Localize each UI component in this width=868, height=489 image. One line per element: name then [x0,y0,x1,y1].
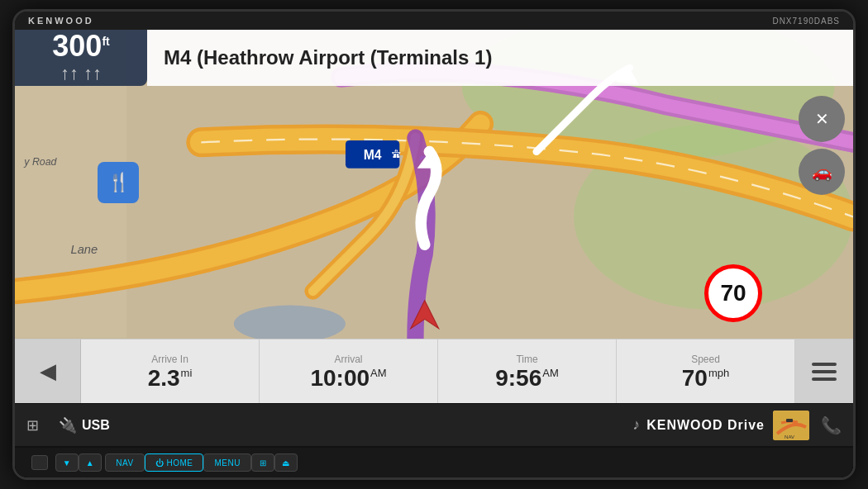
road-name-bar: M4 (Heathrow Airport (Terminals 1) [147,30,853,86]
time-value: 9:56AM [495,367,559,390]
direction-bar: 300ft ↑↑ ↑↑ M4 (Heathrow Airport (Termin… [15,30,853,86]
svg-rect-14 [786,419,793,422]
hw-split-button[interactable]: ⊞ [251,453,274,472]
svg-text:y Road: y Road [23,156,57,168]
side-buttons: ✕ 🚗 [799,96,845,195]
hw-eject-button[interactable]: ⏏ [274,453,298,472]
svg-text:M4: M4 [364,148,382,162]
close-button[interactable]: ✕ [799,96,845,142]
grid-icon[interactable]: ⊞ [23,413,42,438]
screen: M4 🛣 Lane y Road [15,30,853,477]
poi-marker: 🍴 [98,162,139,203]
speed-limit-sign: 70 [704,264,762,322]
time-label: Time [516,354,537,365]
arrival-label: Arrival [334,354,362,365]
speed-value: 70mph [682,367,729,390]
distance-box: 300ft ↑↑ ↑↑ [15,30,147,86]
arrival-cell: Arrival 10:00AM [260,339,438,403]
speed-cell: Speed 70mph [617,339,795,403]
arrive-in-label: Arrive In [151,354,188,365]
menu-button[interactable] [795,339,853,403]
svg-text:NAV: NAV [785,434,794,439]
info-strip: ◀ Arrive In 2.3mi Arrival 10:00AM Time [15,339,853,403]
distance-value: 300ft [52,31,109,61]
hw-down-button[interactable]: ▼ [55,453,79,472]
hamburger-line-2 [812,370,837,373]
svg-text:🛣: 🛣 [392,149,401,159]
nav-thumbnail[interactable]: NAV [773,411,809,440]
device-top-bar: KENWOOD DNX7190DABS [15,12,853,30]
media-bar: ⊞ 🔌 USB ♪ KENWOOD Drive NAV [15,403,853,446]
back-button[interactable]: ◀ [15,339,81,403]
hw-menu-button[interactable]: MENU [203,453,250,472]
device: KENWOOD DNX7190DABS [12,9,856,480]
music-section: ♪ KENWOOD Drive [632,416,765,434]
info-cells: Arrive In 2.3mi Arrival 10:00AM Time 9:5… [81,339,795,403]
hw-nav-button[interactable]: NAV [105,453,144,472]
nav-thumbnail-inner: NAV [773,411,809,440]
hw-small-button[interactable] [31,455,48,470]
arrive-in-value: 2.3mi [148,367,193,390]
hw-home-button[interactable]: ⏻ HOME [145,453,204,472]
hw-up-button[interactable]: ▲ [79,453,102,472]
road-name: M4 (Heathrow Airport (Terminals 1) [164,46,492,69]
hamburger-line-3 [812,377,837,381]
usb-icon: 🔌 [59,416,77,434]
music-label: KENWOOD Drive [646,418,765,433]
usb-section: 🔌 USB [50,416,118,434]
svg-text:Lane: Lane [71,244,98,257]
music-note-icon: ♪ [632,416,640,434]
speed-label: Speed [691,354,720,365]
arrive-in-cell: Arrive In 2.3mi [81,339,260,403]
traffic-button[interactable]: 🚗 [799,149,845,195]
map-area[interactable]: M4 🛣 Lane y Road [15,30,853,339]
phone-icon[interactable]: 📞 [818,412,845,439]
hw-buttons: ▼ ▲ NAV ⏻ HOME MENU ⊞ ⏏ [15,446,853,477]
hamburger-line-1 [812,363,837,366]
model-label: DNX7190DABS [772,17,840,26]
direction-arrows: ↑↑ ↑↑ [60,63,102,84]
arrival-value: 10:00AM [310,367,386,390]
time-cell: Time 9:56AM [438,339,617,403]
usb-label: USB [82,418,110,433]
brand-label: KENWOOD [28,16,94,26]
